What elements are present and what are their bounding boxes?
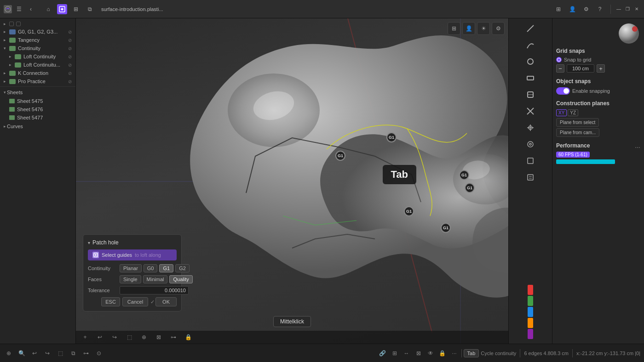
tool-measure-icon[interactable]	[523, 137, 538, 152]
vp-layout-icon[interactable]: ⊞	[448, 22, 460, 35]
color-orange[interactable]	[528, 318, 533, 328]
snap-plus-btn[interactable]: +	[597, 64, 605, 73]
snapping-toggle[interactable]	[556, 87, 570, 95]
vp-scale-icon[interactable]: ⊠	[153, 332, 164, 343]
bottom-add-icon[interactable]: ⊕	[4, 348, 14, 358]
bottom-redo-btn[interactable]: ↪	[42, 348, 52, 358]
vp-snap-icon[interactable]: ⊶	[168, 332, 179, 343]
nav-shape-icon[interactable]	[57, 4, 67, 14]
color-purple[interactable]	[528, 329, 533, 339]
select-guides-button[interactable]: Select guides to loft along	[88, 249, 177, 260]
tolerance-input[interactable]	[120, 286, 189, 294]
sheets-section[interactable]: ▾ Sheets	[0, 88, 75, 97]
sidebar-item-sheet5475[interactable]: Sheet 5475	[0, 97, 75, 105]
sidebar-item-g0[interactable]: ▸ G0, G1, G2, G3... ⊘	[0, 28, 75, 36]
br-scale-icon[interactable]: ⊠	[414, 348, 424, 358]
performance-menu[interactable]: ···	[635, 143, 640, 151]
sidebar-item-sheet5477[interactable]: Sheet 5477	[0, 113, 75, 122]
minimize-button[interactable]: —	[616, 6, 622, 12]
color-green[interactable]	[528, 296, 533, 306]
vp-undo-icon[interactable]: ↩	[94, 332, 105, 343]
br-hide-icon[interactable]: 👁	[426, 348, 436, 358]
close-button[interactable]: ✕	[635, 6, 640, 12]
br-more-icon[interactable]: ···	[449, 348, 460, 358]
esc-button[interactable]: ESC	[101, 297, 120, 306]
back-icon[interactable]: ‹	[26, 4, 36, 14]
plane-from-cam-btn[interactable]: Plane from cam...	[556, 128, 599, 137]
vp-redo-icon[interactable]: ↪	[109, 332, 120, 343]
fps-row: 60 FPS (1-61)	[556, 152, 640, 158]
tool-rect-icon[interactable]	[523, 71, 538, 85]
continuity-g1-btn[interactable]: G1	[159, 264, 173, 272]
vp-add-icon[interactable]: +	[80, 332, 91, 343]
sidebar-item-kconnection[interactable]: ▸ K Connection ⊘	[0, 69, 75, 77]
tab-cycle-btn[interactable]: Tab	[464, 349, 479, 357]
vp-move-icon[interactable]: ⊕	[138, 332, 150, 343]
faces-minimal-btn[interactable]: Minimal	[143, 275, 168, 283]
plane-yz[interactable]: YZ	[568, 109, 578, 116]
color-blue[interactable]	[528, 307, 533, 317]
bottom-curve-btn[interactable]: ⊙	[94, 348, 104, 358]
vp-lock-icon[interactable]: 🔒	[183, 332, 194, 343]
bottom-zoom-icon[interactable]: 🔍	[17, 348, 27, 358]
vp-sun-icon[interactable]: ☀	[477, 22, 490, 35]
tool-obj-icon[interactable]	[523, 153, 538, 168]
br-lock-icon[interactable]: 🔒	[437, 348, 448, 358]
sidebar-item-loft-continuitu[interactable]: ▸ Loft Continuitu... ⊘	[0, 61, 75, 69]
settings-icon[interactable]: ⚙	[581, 4, 591, 14]
color-red[interactable]	[528, 285, 533, 295]
continuity-planar-btn[interactable]: Planar	[120, 264, 142, 272]
faces-quality-btn[interactable]: Quality	[169, 275, 192, 283]
tool-cut-icon[interactable]	[523, 104, 538, 119]
arrow-icon-p: ▸	[4, 79, 6, 84]
tool-curve-icon[interactable]	[523, 38, 538, 52]
nav-grid-icon[interactable]: ⊞	[71, 4, 81, 14]
vp-user-icon[interactable]: 👤	[462, 22, 475, 35]
no-vis-icon-k: ⊘	[68, 71, 72, 76]
br-move-icon[interactable]: ↔	[402, 348, 412, 358]
faces-single-btn[interactable]: Single	[120, 275, 141, 283]
nav-layers-icon[interactable]: ⧉	[85, 4, 95, 14]
user-icon[interactable]: 👤	[567, 4, 577, 14]
bottom-left: ⊕ 🔍 ↩ ↪ ⬚ ⧉ ⊶ ⊙	[4, 348, 104, 358]
sidebar-item-loft-continuity[interactable]: ▸ Loft Continuity ⊘	[0, 52, 75, 61]
br-grid-icon[interactable]: ⊞	[390, 348, 400, 358]
performance-section: Performance ··· 60 FPS (1-61)	[556, 142, 640, 164]
plane-xy[interactable]: XY	[556, 109, 567, 116]
menu-icon[interactable]: ☰	[14, 4, 24, 14]
help-icon[interactable]: ?	[595, 4, 605, 14]
bottom-select-btn[interactable]: ⬚	[55, 348, 65, 358]
grid-layout-icon[interactable]: ⊞	[553, 4, 564, 14]
continuity-g0-btn[interactable]: G0	[144, 264, 158, 272]
bottom-snap-btn[interactable]: ⊶	[81, 348, 91, 358]
curves-section[interactable]: ▸ Curves	[0, 122, 75, 131]
folder-icon-p	[9, 79, 16, 84]
sidebar-item-sheet5476[interactable]: Sheet 5476	[0, 105, 75, 113]
snap-radio[interactable]	[556, 57, 562, 62]
sidebar-item-propractice[interactable]: ▸ Pro Practice ⊘	[0, 77, 75, 85]
far-right-panel: Grid snaps Snap to grid − + Object snaps…	[552, 18, 644, 344]
tool-surface-icon[interactable]	[523, 87, 538, 102]
plane-from-select-btn[interactable]: Plane from select	[556, 118, 599, 127]
vp-settings-icon[interactable]: ⚙	[492, 22, 505, 35]
tool-layer-icon[interactable]	[523, 170, 538, 185]
tool-circle-icon[interactable]	[523, 54, 538, 69]
bottom-undo-btn[interactable]: ↩	[29, 348, 40, 358]
tool-trim-icon[interactable]	[523, 120, 538, 135]
continuity-g2-btn[interactable]: G2	[175, 264, 190, 272]
cancel-button[interactable]: Cancel	[122, 297, 148, 306]
br-link-icon[interactable]: 🔗	[378, 348, 388, 358]
sidebar-item-continuity[interactable]: ▾ Continuity ⊘	[0, 44, 75, 52]
vp-select-icon[interactable]: ⬚	[124, 332, 135, 343]
sidebar-collapse[interactable]: ▸	[0, 20, 75, 28]
tool-line-icon[interactable]	[523, 21, 538, 36]
viewport[interactable]: G1 G1 G1 G1 G1 G1 Tab ▾ Patch hole Selec…	[76, 18, 508, 344]
restore-button[interactable]: ❐	[626, 6, 631, 12]
nav-home-icon[interactable]: ⌂	[43, 4, 53, 14]
patch-dialog-header[interactable]: ▾ Patch hole	[88, 239, 177, 246]
bottom-layers-btn[interactable]: ⧉	[68, 348, 78, 358]
snap-minus-btn[interactable]: −	[556, 64, 564, 73]
snap-value-input[interactable]	[567, 64, 594, 73]
sidebar-item-tangency[interactable]: ▸ Tangency ⊘	[0, 36, 75, 44]
ok-button[interactable]: OK	[155, 297, 177, 306]
